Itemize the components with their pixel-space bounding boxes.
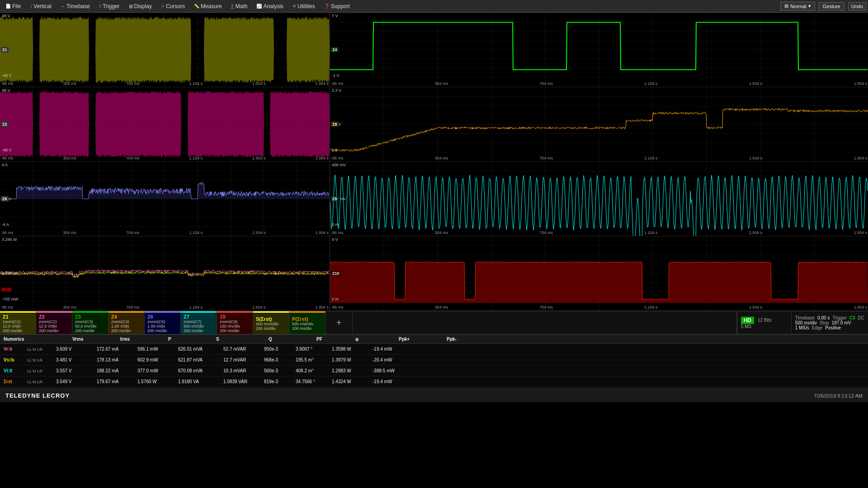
num-vtlt-pf: 560e-3 [262, 368, 294, 373]
num-vsls-vrms: 3.481 V [54, 357, 95, 362]
ch-z8-val2: 200 ms/div [220, 328, 240, 333]
num-vsls-p: 602.9 mW [136, 357, 176, 362]
num-vtlt-name: Vt:lt [0, 368, 27, 373]
y-label-z2-top: 48 V [2, 88, 10, 93]
num-vtlt-ppkp: 1.2883 W [330, 368, 371, 373]
menu-measure[interactable]: 📏 Measure [190, 2, 226, 10]
num-vsls-phi: 195.5 m° [294, 357, 330, 362]
waveform-canvas-z1[interactable] [0, 13, 330, 87]
top-right-controls: ⊞ Normal ▾ Gesture Undo [780, 2, 866, 10]
num-vtlt-conn: LL to LN [27, 369, 54, 373]
ch-z1[interactable]: Z1 zoom(C1) 12.0 V/div 200 ms/div [0, 311, 36, 334]
menu-vertical[interactable]: ↕ Vertical [26, 2, 55, 10]
undo-button[interactable]: Undo [848, 2, 866, 10]
num-srst-ppkp: 1.4324 W [330, 379, 371, 384]
num-vrlr-q: 52.7 mVAR [222, 347, 262, 352]
num-srst-conn: LL to LN [27, 380, 54, 384]
y-label-z7-top: 400 mV [332, 163, 346, 167]
ch-tag-z2: Z2 [1, 122, 9, 127]
analysis-icon: 📈 [256, 4, 262, 9]
timebase-label: Timebase [795, 315, 815, 320]
timebase-block: Timebase 0.00 s Trigger C3 DC 500 ms/div… [791, 311, 868, 334]
ch-z8[interactable]: Z8 zoom(C8) 150 mV/div 200 ms/div [217, 311, 253, 334]
num-row-vtlt: Vt:lt LL to LN 3.557 V 188.22 mA 377.0 m… [0, 366, 868, 376]
num-header-ppkminus: Ppk- [447, 337, 487, 342]
num-vtlt-q: 10.3 mVAR [222, 368, 262, 373]
ch-z7[interactable]: Z7 zoom(C7) 500 mV/div 200 ms/div [181, 311, 217, 334]
menu-file[interactable]: 📄 File [2, 2, 24, 10]
num-header-s: S [216, 337, 261, 342]
menu-display[interactable]: ▦ Display [125, 2, 156, 10]
ch-z2[interactable]: Z2 zoom(C2) 12.0 V/div 200 ms/div [36, 311, 72, 334]
waveform-canvas-z2[interactable] [0, 87, 330, 161]
waveform-canvas-z4[interactable] [330, 87, 868, 161]
ch-z3[interactable]: Z3 zoom(C3) 50.0 mV/div 200 ms/div [72, 311, 108, 334]
menu-math[interactable]: ∑ Math [227, 2, 251, 10]
num-srst-pf: 819e-3 [262, 379, 294, 384]
add-channel-button[interactable]: + [326, 311, 353, 334]
menu-support[interactable]: ❓ Support [321, 2, 354, 10]
y-label-z6-top: 4 A [2, 163, 8, 167]
num-srst-s: 1.9180 VA [176, 379, 222, 384]
num-vrlr-ppkp: 1.3598 W [330, 347, 371, 352]
num-vrlr-pf: 950e-3 [262, 347, 294, 352]
y-label-z8-bot: 0 m [332, 297, 339, 301]
wave-z4: 2.3 V 1.7 V 1.1 Z8 -96 ms304 ms704 ms1.1… [330, 87, 868, 162]
ch-z8-val1: 150 mV/div [220, 324, 240, 328]
num-header-numerics: Numerics [4, 337, 31, 342]
num-vtlt-s: 670.08 mVA [176, 368, 222, 373]
ch-z2-id: Z2 [39, 314, 45, 319]
ch-z4[interactable]: Z4 zoom(C4) 1.00 V/div 200 ms/div [108, 311, 145, 334]
ch-z6-label: zoom(C6) [147, 319, 165, 324]
normal-button[interactable]: ⊞ Normal ▾ [780, 2, 815, 10]
menu-utilities[interactable]: ✕ Utilities [289, 2, 319, 10]
ch-z7-val1: 500 mV/div [184, 324, 204, 328]
menu-bar: 📄 File ↕ Vertical ↔ Timebase ⌇ Trigger ▦… [0, 0, 868, 13]
x-axis-z4: -96 ms304 ms704 ms1.104 s1.504 s1.904 s [330, 156, 868, 160]
num-vsls-s: 621.87 mVA [176, 357, 222, 362]
y-label-z3-top: 7 V [332, 14, 338, 18]
menu-analysis[interactable]: 📈 Analysis [253, 2, 287, 10]
ch-s-rst[interactable]: S(Σrst) 500 mVA/div 200 ms/div [253, 311, 289, 334]
ch-z6-val1: 1.00 A/div [147, 324, 165, 328]
y-label-power-zero: 1.295 W [2, 271, 17, 276]
ch-p-rst-id: P(Σrst) [292, 316, 308, 322]
x-axis-z3: -96 ms304 ms704 ms1.104 s1.504 s1.904 s [330, 81, 868, 86]
ch-z3-id: Z3 [75, 314, 81, 319]
waveform-canvas-z7[interactable] [330, 162, 868, 236]
num-vrlr-ppkm: -19.4 mW [371, 347, 411, 352]
ch-z4-val1: 1.00 V/div [111, 324, 129, 328]
menu-cursors[interactable]: ⊹ Cursors [157, 2, 189, 10]
num-vrlr-conn: LL to LN [27, 347, 54, 352]
timebase-div: 500 ms/div [795, 320, 817, 325]
gesture-button[interactable]: Gesture [819, 2, 844, 10]
ch-z1-val2: 200 ms/div [3, 328, 23, 333]
num-srst-q: 1.0839 VAR [222, 379, 262, 384]
ch-tag-z1: Z1 [1, 47, 9, 52]
ch-z6[interactable]: Z6 zoom(C6) 1.00 A/div 200 ms/div [145, 311, 181, 334]
ch-s-rst-val1: 500 mVA/div [256, 322, 278, 326]
waveform-canvas-power[interactable] [0, 236, 330, 310]
ch-tag-z8: Z10 [331, 271, 341, 276]
waveform-canvas-z3[interactable] [330, 13, 868, 87]
y-label-z4-bot: 1.1 [332, 148, 338, 152]
timebase-icon: ↔ [61, 4, 65, 9]
menu-trigger[interactable]: ⌇ Trigger [95, 2, 123, 10]
y-label-z3-bot: -1 V [332, 73, 340, 78]
y-label-power-bot: -705 mW [2, 297, 19, 301]
menu-timebase[interactable]: ↔ Timebase [57, 2, 94, 10]
ch-p-rst[interactable]: P(Σrst) 500 mW/div 200 ms/div [289, 311, 326, 334]
ch-p-rst-val2: 200 ms/div [292, 326, 312, 331]
waveform-canvas-z8[interactable] [330, 236, 868, 310]
normal-icon: ⊞ [784, 3, 788, 9]
wave-z7: 400 mV 200 mV 0 m Z9 -96 ms304 ms704 ms1… [330, 162, 868, 236]
y-label-z1-bot: -48 V [2, 73, 12, 78]
num-srst-name: Σrst [0, 379, 27, 384]
positive-label: Positive [825, 325, 841, 330]
ch-tag-power: Pt:Σt [1, 287, 12, 292]
waveform-canvas-z6[interactable] [0, 162, 330, 236]
display-icon: ▦ [129, 4, 133, 9]
num-vtlt-irms: 188.22 mA [95, 368, 136, 373]
ch-z3-val2: 200 ms/div [75, 328, 95, 333]
hd-badge: HD [741, 317, 754, 324]
